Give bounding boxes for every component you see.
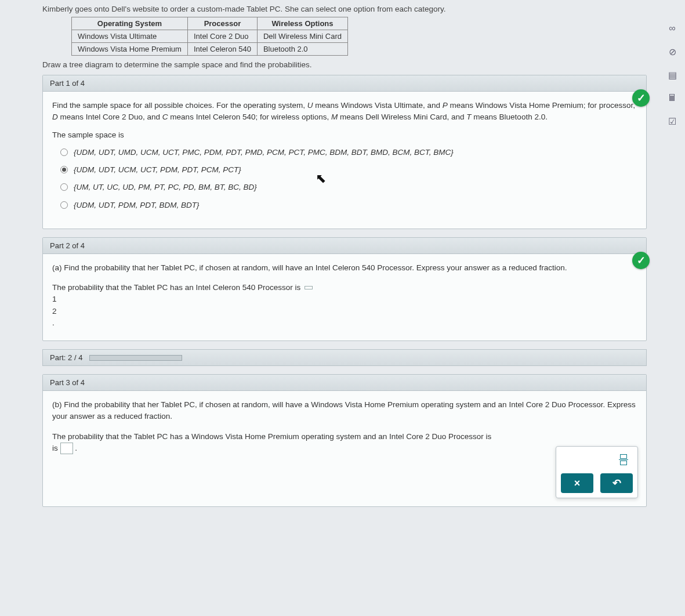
instruction-text: Draw a tree diagram to determine the sam… xyxy=(42,60,647,69)
undo-button[interactable]: ↶ xyxy=(600,473,633,493)
part-1-header: Part 1 of 4 xyxy=(43,75,646,92)
correct-check-icon: ✓ xyxy=(632,252,650,269)
part2-question: (a) Find the probability that her Tablet… xyxy=(52,262,637,274)
table-row: Windows Vista Ultimate Intel Core 2 Duo … xyxy=(72,30,348,43)
part3-question: (b) Find the probability that her Tablet… xyxy=(52,399,637,423)
correct-check-icon: ✓ xyxy=(632,89,650,107)
link-icon[interactable]: ∞ xyxy=(666,22,679,35)
radio-option-4[interactable]: {UDM, UDT, PDM, PDT, BDM, BDT} xyxy=(60,200,637,211)
doc-icon[interactable]: ▤ xyxy=(666,68,679,81)
progress-label: Part: 2 / 4 xyxy=(50,353,82,362)
part-1: Part 1 of 4 ✓ Find the sample space for … xyxy=(42,75,647,229)
part3-answer-line: The probability that the Tablet PC has a… xyxy=(52,431,637,455)
progress-bar-row: Part: 2 / 4 xyxy=(42,349,647,366)
flag-icon[interactable]: ☑ xyxy=(666,115,679,128)
radio-icon[interactable] xyxy=(60,183,68,191)
side-toolbar: ∞ ⊘ ▤ 🖩 ☑ xyxy=(659,5,685,515)
th-os: Operating System xyxy=(72,17,188,30)
part-3: Part 3 of 4 (b) Find the probability tha… xyxy=(42,374,647,507)
fraction-answer xyxy=(305,286,313,289)
sample-space-lead: The sample space is xyxy=(52,129,637,141)
answer-input[interactable] xyxy=(60,443,73,454)
radio-option-3[interactable]: {UM, UT, UC, UD, PM, PT, PC, PD, BM, BT,… xyxy=(60,182,637,193)
part1-prompt: Find the sample space for all possible c… xyxy=(52,100,637,124)
calc-icon[interactable]: 🖩 xyxy=(666,92,679,104)
answer-toolbox: × ↶ xyxy=(556,446,638,498)
radio-icon[interactable] xyxy=(60,166,68,173)
radio-option-2[interactable]: {UDM, UDT, UCM, UCT, PDM, PDT, PCM, PCT} xyxy=(60,164,637,176)
options-table: Operating System Processor Wireless Opti… xyxy=(71,17,348,56)
th-wireless: Wireless Options xyxy=(257,17,347,30)
part-2-header: Part 2 of 4 xyxy=(43,238,646,254)
table-row: Windows Vista Home Premium Intel Celeron… xyxy=(72,43,348,56)
th-proc: Processor xyxy=(187,17,257,30)
clear-button[interactable]: × xyxy=(561,473,593,493)
part2-answer-line: The probability that the Tablet PC has a… xyxy=(52,282,637,293)
help-icon[interactable]: ⊘ xyxy=(666,45,679,58)
problem-intro: Kimberly goes onto Dell's website to ord… xyxy=(42,5,647,13)
fraction-tool-button[interactable] xyxy=(614,451,633,468)
part-3-header: Part 3 of 4 xyxy=(43,375,646,391)
progress-bar xyxy=(89,355,182,361)
radio-icon[interactable] xyxy=(60,148,68,156)
radio-option-1[interactable]: {UDM, UDT, UMD, UCM, UCT, PMC, PDM, PDT,… xyxy=(60,147,637,158)
part-2: Part 2 of 4 ✓ (a) Find the probability t… xyxy=(42,237,647,341)
radio-icon[interactable] xyxy=(60,201,68,209)
